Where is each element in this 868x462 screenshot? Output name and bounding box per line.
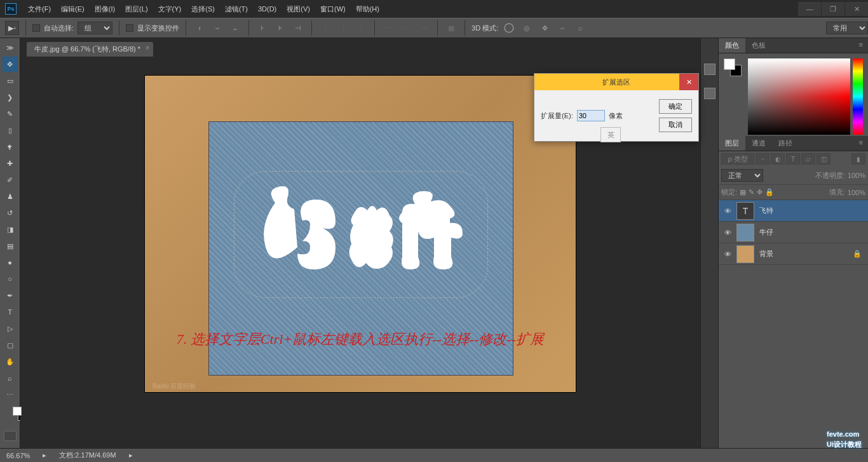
lock-pixels-icon[interactable]: ✎ — [749, 188, 754, 196]
filter-kind[interactable]: ρ 类型 — [721, 153, 754, 165]
lock-position-icon[interactable]: ✥ — [757, 188, 763, 196]
eraser-tool[interactable]: ◨ — [3, 222, 18, 237]
color-tab[interactable]: 颜色 — [719, 38, 745, 53]
blend-mode[interactable]: 正常 — [721, 169, 763, 182]
menu-image[interactable]: 图像(I) — [90, 2, 120, 17]
align-left-icon[interactable]: ⊦ — [255, 21, 269, 35]
menu-3d[interactable]: 3D(D) — [253, 3, 281, 15]
dialog-title[interactable]: 扩展选区 ✕ — [534, 74, 698, 90]
layer-name[interactable]: 牛仔 — [759, 228, 868, 237]
layer-row[interactable]: 👁 T 飞特 — [719, 200, 868, 222]
crop-tool[interactable]: ▯ — [3, 123, 18, 138]
cancel-button[interactable]: 取消 — [659, 118, 692, 132]
channels-tab[interactable]: 通道 — [745, 136, 772, 151]
align-hcenter-icon[interactable]: ⊧ — [273, 21, 287, 35]
ok-button[interactable]: 确定 — [659, 99, 692, 114]
close-button[interactable]: ✕ — [845, 2, 868, 16]
filter-shape-icon[interactable]: ▱ — [801, 153, 815, 165]
shape-tool[interactable]: ▢ — [3, 337, 18, 353]
quick-mask-toggle[interactable] — [4, 431, 17, 441]
ime-indicator[interactable]: 英 — [600, 127, 621, 142]
layer-thumbnail[interactable]: T — [736, 202, 754, 220]
history-panel-icon[interactable] — [704, 64, 715, 75]
menu-window[interactable]: 窗口(W) — [315, 2, 351, 17]
layers-menu-icon[interactable]: ≡ — [854, 136, 868, 151]
layer-thumbnail[interactable] — [736, 224, 754, 241]
align-bottom-icon[interactable]: ⫠ — [228, 21, 242, 35]
collapse-tools-icon[interactable]: ≫ — [3, 40, 18, 55]
tab-close-icon[interactable]: × — [146, 44, 149, 51]
panel-menu-icon[interactable]: ≡ — [854, 38, 868, 53]
minimize-button[interactable]: — — [798, 2, 821, 16]
dist2-icon[interactable]: ⋮ — [336, 21, 350, 35]
3d-pan-icon[interactable]: ✥ — [538, 21, 552, 35]
dodge-tool[interactable]: ○ — [3, 271, 18, 287]
layer-thumbnail[interactable] — [736, 245, 754, 263]
visibility-icon[interactable]: 👁 — [719, 250, 736, 258]
expand-by-input[interactable] — [577, 110, 605, 121]
auto-select-target[interactable]: 组 — [78, 22, 112, 34]
brush-tool[interactable]: ✐ — [3, 172, 18, 187]
hand-tool[interactable]: ✋ — [3, 354, 18, 369]
layer-row[interactable]: 👁 牛仔 — [719, 222, 868, 243]
history-brush-tool[interactable]: ↺ — [3, 205, 18, 221]
layer-name[interactable]: 飞特 — [759, 206, 868, 215]
align-vcenter-icon[interactable]: ⫟ — [210, 21, 224, 35]
dialog-close-button[interactable]: ✕ — [679, 74, 698, 90]
paths-tab[interactable]: 路径 — [772, 136, 799, 151]
canvas[interactable]: 7. 选择文字层Ctrl+鼠标左键载入选区执行--选择--修改--扩展 Baid… — [144, 75, 576, 393]
dist1-icon[interactable]: ⋮ — [318, 21, 332, 35]
3d-orbit-icon[interactable] — [502, 21, 516, 35]
3d-slide-icon[interactable]: ↔ — [555, 21, 569, 35]
layer-name[interactable]: 背景 — [759, 249, 853, 259]
hue-slider[interactable] — [853, 58, 863, 135]
gradient-tool[interactable]: ▤ — [3, 238, 18, 254]
quickselect-tool[interactable]: ✎ — [3, 106, 18, 121]
path-tool[interactable]: ▷ — [3, 321, 18, 336]
autoalign-icon[interactable]: ▦ — [444, 21, 458, 35]
menu-select[interactable]: 选择(S) — [186, 2, 220, 17]
filter-adjust-icon[interactable]: ◐ — [771, 153, 785, 165]
filter-smart-icon[interactable]: ◫ — [817, 153, 831, 165]
align-right-icon[interactable]: ⊣ — [291, 21, 305, 35]
edit-toolbar-icon[interactable]: ⋯ — [3, 387, 18, 402]
color-field[interactable] — [748, 58, 850, 135]
zoom-level[interactable]: 66.67% — [6, 452, 30, 459]
move-tool[interactable]: ✥ — [3, 57, 18, 72]
menu-filter[interactable]: 滤镜(T) — [220, 2, 253, 17]
doc-info[interactable]: 文档:2.17M/4.69M — [59, 451, 116, 460]
blur-tool[interactable]: ● — [3, 255, 18, 270]
marquee-tool[interactable]: ▭ — [3, 73, 18, 88]
menu-view[interactable]: 视图(V) — [281, 2, 315, 17]
actions-panel-icon[interactable] — [704, 88, 715, 99]
chevron-right-icon[interactable]: ▸ — [129, 451, 133, 459]
dist4-icon[interactable]: ⋯ — [381, 21, 395, 35]
stamp-tool[interactable]: ♟ — [3, 189, 18, 204]
filter-pixel-icon[interactable]: ▫ — [756, 153, 770, 165]
maximize-button[interactable]: ❐ — [822, 2, 844, 16]
foreground-color[interactable] — [13, 407, 22, 416]
align-top-icon[interactable]: ⫞ — [193, 21, 207, 35]
3d-zoom-icon[interactable]: ⌕ — [573, 21, 587, 35]
panel-foreground[interactable] — [724, 58, 735, 70]
layers-tab[interactable]: 图层 — [719, 136, 745, 151]
menu-file[interactable]: 文件(F) — [23, 2, 56, 17]
opacity-value[interactable]: 100% — [848, 172, 865, 179]
filter-toggle-icon[interactable]: ▮ — [851, 153, 865, 165]
auto-select-checkbox[interactable] — [32, 24, 40, 32]
dist6-icon[interactable]: ⋯ — [417, 21, 431, 35]
menu-edit[interactable]: 编辑(E) — [56, 2, 90, 17]
dist3-icon[interactable]: ⋮ — [354, 21, 368, 35]
healing-tool[interactable]: ✚ — [3, 156, 18, 171]
lock-transparency-icon[interactable]: ▦ — [740, 188, 746, 196]
visibility-icon[interactable]: 👁 — [719, 207, 736, 215]
filter-type-icon[interactable]: T — [786, 153, 800, 165]
chevron-right-icon[interactable]: ▸ — [43, 451, 46, 459]
3d-roll-icon[interactable]: ◎ — [520, 21, 534, 35]
menu-help[interactable]: 帮助(H) — [351, 2, 384, 17]
lock-all-icon[interactable]: 🔒 — [765, 188, 774, 196]
menu-type[interactable]: 文字(Y) — [153, 2, 187, 17]
swatches-tab[interactable]: 色板 — [745, 38, 772, 53]
pen-tool[interactable]: ✒ — [3, 288, 18, 303]
move-tool-icon[interactable]: ▶+ — [5, 21, 19, 35]
